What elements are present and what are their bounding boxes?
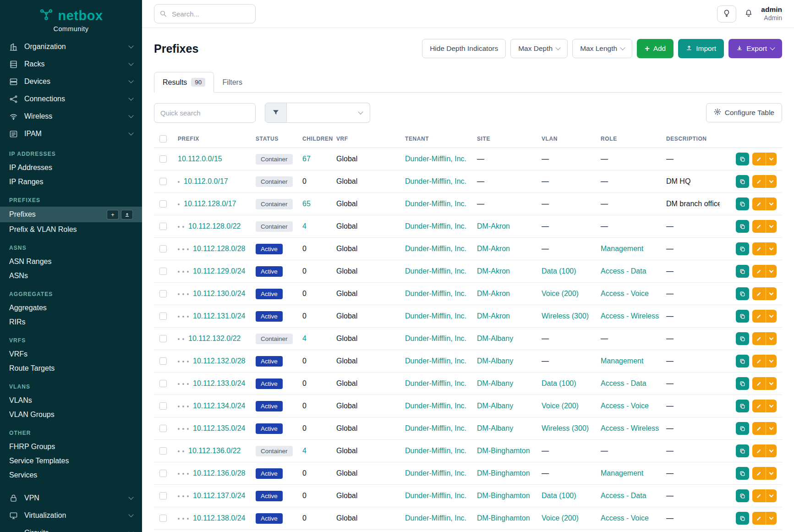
row-checkbox[interactable] [159,402,167,410]
row-checkbox[interactable] [159,313,167,320]
site-link[interactable]: DM-Binghamton [477,469,530,477]
role-link[interactable]: Access - Wireless [601,312,659,320]
vlan-link[interactable]: Wireless (300) [542,424,589,432]
tenant-link[interactable]: Dunder-Mifflin, Inc. [405,514,466,522]
prefix-link[interactable]: 10.112.133.0/24 [193,379,245,387]
copy-button[interactable] [736,153,749,165]
sidebar-item-vlans[interactable]: VLANs [0,393,142,407]
tenant-link[interactable]: Dunder-Mifflin, Inc. [405,357,466,365]
search-input[interactable] [154,4,256,23]
role-link[interactable]: Management [601,469,643,477]
column-header-prefix[interactable]: PREFIX [172,130,250,148]
edit-button[interactable] [752,265,766,278]
add-prefix-mini-button[interactable]: + [107,210,119,219]
column-header-vrf[interactable]: VRF [331,130,400,148]
children-count[interactable]: 4 [302,335,307,342]
site-link[interactable]: DM-Akron [477,290,510,297]
prefix-link[interactable]: 10.112.134.0/24 [193,402,245,410]
row-checkbox[interactable] [159,290,167,297]
edit-dropdown-button[interactable] [766,153,777,165]
edit-dropdown-button[interactable] [766,175,777,188]
tenant-link[interactable]: Dunder-Mifflin, Inc. [405,290,466,297]
vlan-link[interactable]: Data (100) [542,267,576,275]
sidebar-item-aggregates[interactable]: Aggregates [0,301,142,315]
tenant-link[interactable]: Dunder-Mifflin, Inc. [405,155,466,163]
sidebar-item-service-templates[interactable]: Service Templates [0,454,142,468]
tenant-link[interactable]: Dunder-Mifflin, Inc. [405,424,466,432]
sidebar-item-rirs[interactable]: RIRs [0,315,142,329]
sidebar-item-ip-addresses[interactable]: IP Addresses [0,160,142,175]
prefix-link[interactable]: 10.112.136.0/22 [188,447,241,455]
tenant-link[interactable]: Dunder-Mifflin, Inc. [405,267,466,275]
quick-search-input[interactable] [154,103,256,123]
copy-button[interactable] [736,400,749,412]
prefix-link[interactable]: 10.112.128.0/22 [188,222,241,230]
row-checkbox[interactable] [159,200,167,208]
prefix-link[interactable]: 10.112.137.0/24 [193,492,245,499]
export-button[interactable]: Export [728,39,782,58]
row-checkbox[interactable] [159,492,167,499]
row-checkbox[interactable] [159,155,167,163]
site-link[interactable]: DM-Albany [477,424,513,432]
tenant-link[interactable]: Dunder-Mifflin, Inc. [405,402,466,410]
edit-dropdown-button[interactable] [766,467,777,480]
sidebar-item-route-targets[interactable]: Route Targets [0,361,142,375]
edit-dropdown-button[interactable] [766,197,777,210]
edit-dropdown-button[interactable] [766,422,777,435]
sidebar-item-wireless[interactable]: Wireless [0,108,142,125]
prefix-link[interactable]: 10.112.132.0/22 [188,335,241,342]
edit-button[interactable] [752,197,766,210]
site-link[interactable]: DM-Akron [477,222,510,230]
edit-dropdown-button[interactable] [766,310,777,323]
copy-button[interactable] [736,512,749,525]
row-checkbox[interactable] [159,245,167,252]
prefix-link[interactable]: 10.112.135.0/24 [193,424,245,432]
row-checkbox[interactable] [159,178,167,185]
sidebar-item-vpn[interactable]: VPN [0,489,142,507]
copy-button[interactable] [736,377,749,390]
sidebar-item-devices[interactable]: Devices [0,73,142,90]
prefix-link[interactable]: 10.112.0.0/15 [178,155,222,163]
prefix-link[interactable]: 10.112.0.0/17 [184,177,228,185]
copy-button[interactable] [736,220,749,233]
children-count[interactable]: 67 [302,155,311,163]
edit-button[interactable] [752,422,766,435]
role-link[interactable]: Access - Data [601,267,646,275]
sidebar-item-services[interactable]: Services [0,468,142,482]
column-header-children[interactable]: CHILDREN [297,130,331,148]
user-menu[interactable]: admin Admin [761,5,782,22]
copy-button[interactable] [736,355,749,367]
role-link[interactable]: Access - Voice [601,402,649,410]
prefix-link[interactable]: 10.112.128.0/28 [193,245,245,252]
edit-dropdown-button[interactable] [766,287,777,300]
vlan-link[interactable]: Voice (200) [542,290,579,297]
sidebar-item-prefix-vlan-roles[interactable]: Prefix & VLAN Roles [0,222,142,236]
tab-filters[interactable]: Filters [214,72,251,93]
site-link[interactable]: DM-Albany [477,379,513,387]
notifications-button[interactable] [744,9,753,19]
edit-button[interactable] [752,512,766,525]
copy-button[interactable] [736,310,749,323]
vlan-link[interactable]: Wireless (300) [542,312,589,320]
copy-button[interactable] [736,175,749,188]
brand[interactable]: netbox Community [0,0,142,38]
edit-button[interactable] [752,355,766,367]
row-checkbox[interactable] [159,447,167,455]
edit-dropdown-button[interactable] [766,377,777,390]
site-link[interactable]: DM-Akron [477,312,510,320]
configure-table-button[interactable]: Configure Table [706,103,782,122]
edit-dropdown-button[interactable] [766,400,777,412]
row-checkbox[interactable] [159,335,167,342]
edit-dropdown-button[interactable] [766,242,777,255]
tenant-link[interactable]: Dunder-Mifflin, Inc. [405,222,466,230]
sidebar-item-organization[interactable]: Organization [0,38,142,55]
row-checkbox[interactable] [159,470,167,477]
edit-button[interactable] [752,242,766,255]
sidebar-item-vlan-groups[interactable]: VLAN Groups [0,407,142,422]
row-checkbox[interactable] [159,357,167,365]
sidebar-item-asns[interactable]: ASNs [0,269,142,283]
copy-button[interactable] [736,489,749,502]
edit-button[interactable] [752,175,766,188]
role-link[interactable]: Management [601,357,643,365]
row-checkbox[interactable] [159,515,167,522]
